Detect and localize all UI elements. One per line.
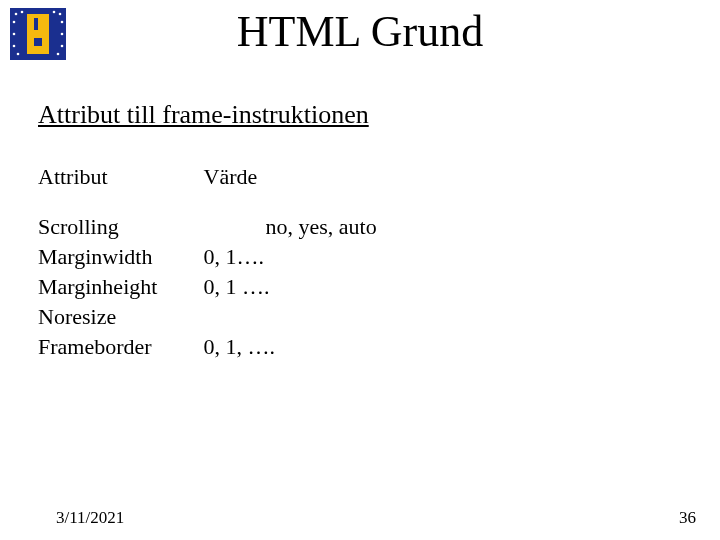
attr-name: Marginwidth xyxy=(38,242,198,272)
attr-value: 0, 1 …. xyxy=(204,272,270,302)
attribute-table: Attribut Värde Scrolling no, yes, auto M… xyxy=(38,162,377,362)
attr-value: no, yes, auto xyxy=(204,212,377,242)
attr-name: Scrolling xyxy=(38,212,198,242)
table-row: Noresize xyxy=(38,302,377,332)
table-row: Scrolling no, yes, auto xyxy=(38,212,377,242)
table-row: Frameborder 0, 1, …. xyxy=(38,332,377,362)
header-attribut: Attribut xyxy=(38,162,198,192)
footer-page-number: 36 xyxy=(679,508,696,528)
attr-value: 0, 1, …. xyxy=(204,332,276,362)
header-varde: Värde xyxy=(204,162,258,192)
attr-name: Frameborder xyxy=(38,332,198,362)
table-header-row: Attribut Värde xyxy=(38,162,377,192)
attr-value: 0, 1…. xyxy=(204,242,265,272)
subtitle: Attribut till frame-instruktionen xyxy=(38,100,369,130)
attr-name: Marginheight xyxy=(38,272,198,302)
table-row: Marginwidth 0, 1…. xyxy=(38,242,377,272)
page-title: HTML Grund xyxy=(0,6,720,57)
table-row: Marginheight 0, 1 …. xyxy=(38,272,377,302)
attr-name: Noresize xyxy=(38,302,198,332)
footer-date: 3/11/2021 xyxy=(56,508,124,528)
